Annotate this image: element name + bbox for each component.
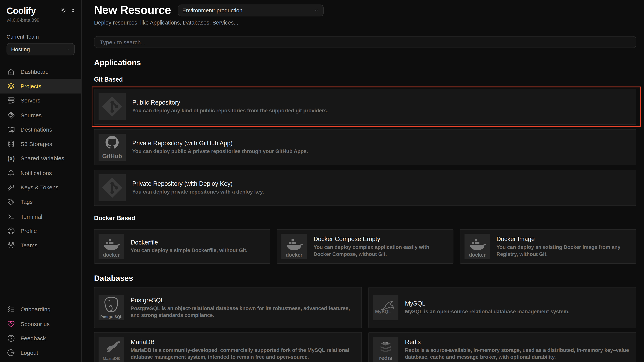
card-title: MySQL bbox=[405, 300, 570, 307]
page-title: New Resource bbox=[94, 3, 171, 17]
git-logo bbox=[99, 174, 126, 201]
docker-logo: docker bbox=[464, 234, 490, 259]
card-description: You can deploy a simple Dockerfile, with… bbox=[131, 247, 248, 254]
mysql-logo: MySQL bbox=[373, 295, 398, 320]
heart-handshake-icon bbox=[7, 320, 15, 328]
environment-select-value: Environment: production bbox=[182, 7, 242, 13]
svg-text:docker: docker bbox=[469, 252, 486, 258]
git-diamond-icon bbox=[7, 111, 15, 119]
sidebar-item-servers[interactable]: Servers bbox=[0, 93, 81, 108]
redis-logo: redis bbox=[373, 337, 398, 362]
card-description: PostgreSQL is an object-relational datab… bbox=[131, 305, 356, 319]
sidebar-item-keys-tokens[interactable]: Keys & Tokens bbox=[0, 180, 81, 195]
database-icon bbox=[7, 140, 15, 148]
postgresql-logo: PostgreSQL bbox=[99, 295, 124, 320]
card-title: Private Repository (with GitHub App) bbox=[132, 139, 308, 146]
key-icon bbox=[7, 183, 15, 191]
card-private-repository-github-app[interactable]: GitHub Private Repository (with GitHub A… bbox=[94, 129, 636, 165]
card-redis[interactable]: redis Redis Redis is a source-available,… bbox=[368, 332, 636, 362]
subsection-title-git-based: Git Based bbox=[94, 76, 636, 83]
app-version: v4.0.0-beta.399 bbox=[0, 16, 81, 22]
terminal-icon bbox=[7, 212, 15, 220]
card-title: Private Repository (with Deploy Key) bbox=[132, 180, 264, 187]
server-icon bbox=[7, 96, 15, 105]
card-mariadb[interactable]: MariaDB MariaDB MariaDB is a community-d… bbox=[94, 332, 362, 362]
team-select-value: Hosting bbox=[11, 46, 30, 52]
users-group-icon bbox=[7, 241, 15, 249]
user-circle-icon bbox=[7, 227, 15, 235]
card-docker-image[interactable]: docker Docker Image You can deploy an ex… bbox=[460, 229, 636, 264]
card-title: Redis bbox=[405, 338, 630, 345]
sidebar-item-sponsor-us[interactable]: Sponsor us bbox=[0, 317, 81, 331]
card-title: Public Repository bbox=[132, 99, 328, 106]
main-content: New Resource Environment: production Dep… bbox=[82, 0, 644, 362]
svg-text:GitHub: GitHub bbox=[102, 153, 122, 160]
panel-selector-icon[interactable] bbox=[70, 7, 76, 15]
svg-text:docker: docker bbox=[103, 252, 120, 258]
card-description: MariaDB is a community-developed, commer… bbox=[131, 347, 356, 361]
sidebar-footer-nav: Onboarding Sponsor us Feedback Logout bbox=[0, 302, 81, 362]
sidebar-item-shared-variables[interactable]: (x) Shared Variables bbox=[0, 151, 81, 166]
mariadb-logo: MariaDB bbox=[99, 337, 124, 362]
sidebar-item-feedback[interactable]: Feedback bbox=[0, 331, 81, 346]
section-title-databases: Databases bbox=[94, 274, 636, 283]
card-description: You can deploy public & private reposito… bbox=[132, 148, 308, 155]
tag-icon bbox=[7, 198, 15, 206]
logout-icon bbox=[7, 349, 15, 357]
search-input[interactable] bbox=[94, 36, 636, 48]
sidebar-item-tags[interactable]: Tags bbox=[0, 195, 81, 209]
git-logo bbox=[99, 93, 126, 120]
svg-text:MariaDB: MariaDB bbox=[103, 356, 120, 361]
docker-logo: docker bbox=[282, 234, 307, 259]
card-postgresql[interactable]: PostgreSQL PostgreSQL PostgreSQL is an o… bbox=[94, 287, 362, 328]
current-team-label: Current Team bbox=[0, 23, 81, 40]
card-mysql[interactable]: MySQL MySQL MySQL is an open-source rela… bbox=[368, 287, 636, 328]
map-icon bbox=[7, 126, 15, 134]
card-title: Dockerfile bbox=[131, 239, 248, 246]
card-title: Docker Image bbox=[496, 235, 630, 242]
svg-text:MySQL: MySQL bbox=[375, 309, 391, 314]
app-logo: Coolify bbox=[7, 6, 36, 16]
help-circle-icon bbox=[7, 334, 15, 343]
sidebar-item-logout[interactable]: Logout bbox=[0, 346, 81, 360]
theme-toggle-sun-icon[interactable] bbox=[60, 7, 67, 15]
card-dockerfile[interactable]: docker Dockerfile You can deploy a simpl… bbox=[94, 229, 270, 264]
card-description: MySQL is an open-source relational datab… bbox=[405, 308, 570, 315]
card-docker-compose-empty[interactable]: docker Docker Compose Empty You can depl… bbox=[277, 229, 453, 264]
card-private-repository-deploy-key[interactable]: Private Repository (with Deploy Key) You… bbox=[94, 170, 636, 206]
github-logo: GitHub bbox=[99, 134, 126, 161]
card-description: Redis is a source-available, in-memory s… bbox=[405, 347, 630, 361]
card-description: You can deploy an existing Docker Image … bbox=[496, 244, 630, 258]
chevron-down-icon bbox=[314, 7, 319, 13]
svg-text:PostgreSQL: PostgreSQL bbox=[100, 315, 122, 319]
environment-select[interactable]: Environment: production bbox=[178, 4, 324, 16]
card-title: Docker Compose Empty bbox=[314, 235, 447, 242]
card-title: MariaDB bbox=[131, 338, 356, 345]
sidebar-item-teams[interactable]: Teams bbox=[0, 238, 81, 252]
bell-icon bbox=[7, 169, 15, 177]
card-description: You can deploy any kind of public reposi… bbox=[132, 107, 328, 114]
page-subtitle: Deploy resources, like Applications, Dat… bbox=[94, 20, 636, 26]
sidebar-item-projects[interactable]: Projects bbox=[0, 79, 81, 93]
app-window: Coolify v4.0.0-beta.399 Current Team Hos… bbox=[0, 0, 644, 362]
sidebar-item-s3-storages[interactable]: S3 Storages bbox=[0, 137, 81, 151]
team-select[interactable]: Hosting bbox=[7, 43, 75, 55]
card-public-repository[interactable]: Public Repository You can deploy any kin… bbox=[94, 89, 636, 125]
sidebar-item-terminal[interactable]: Terminal bbox=[0, 209, 81, 224]
subsection-title-docker-based: Docker Based bbox=[94, 214, 636, 221]
section-title-applications: Applications bbox=[94, 58, 636, 67]
variable-icon: (x) bbox=[7, 155, 15, 162]
sidebar: Coolify v4.0.0-beta.399 Current Team Hos… bbox=[0, 0, 82, 362]
sidebar-item-dashboard[interactable]: Dashboard bbox=[0, 64, 81, 79]
card-description: You can deploy private repositories with… bbox=[132, 188, 264, 195]
card-description: You can deploy complex application easil… bbox=[314, 244, 447, 258]
sidebar-item-profile[interactable]: Profile bbox=[0, 224, 81, 238]
card-title: PostgreSQL bbox=[131, 296, 356, 303]
docker-logo: docker bbox=[99, 234, 124, 259]
sidebar-item-sources[interactable]: Sources bbox=[0, 108, 81, 122]
layers-icon bbox=[7, 82, 15, 90]
sidebar-item-destinations[interactable]: Destinations bbox=[0, 122, 81, 137]
sidebar-item-onboarding[interactable]: Onboarding bbox=[0, 302, 81, 317]
sidebar-item-notifications[interactable]: Notifications bbox=[0, 166, 81, 180]
checklist-icon bbox=[7, 305, 15, 314]
